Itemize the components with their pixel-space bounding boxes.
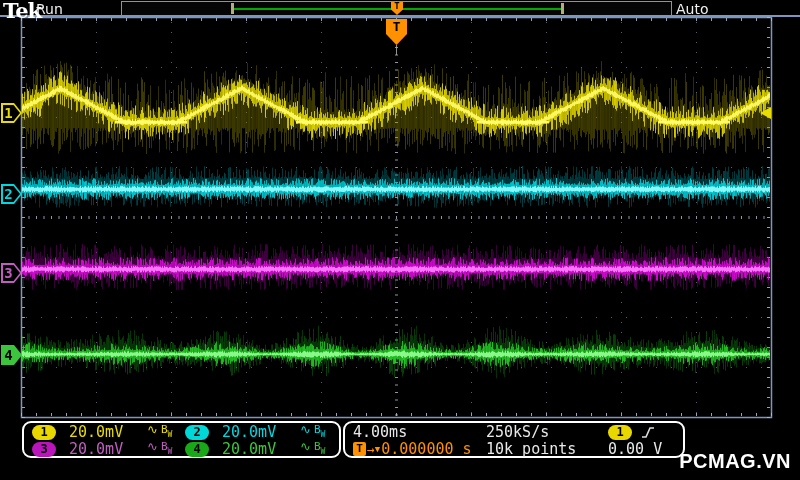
trigger-mode-status: Auto xyxy=(676,1,709,17)
channel-1-badge: 1 xyxy=(32,425,56,440)
channel-readout-box: 1 20.0mV ∿BW 2 20.0mV ∿BW 3 20.0mV ∿BW 4… xyxy=(22,421,341,458)
horizontal-trigger-readout-box: 4.00ms 250kS/s 1 T→▼0.000000 s 10k point… xyxy=(343,421,685,458)
ac-coupling-icon: ∿ xyxy=(147,441,158,453)
ac-coupling-icon: ∿ xyxy=(147,424,158,436)
channel-readout-row: 1 20.0mV ∿BW 2 20.0mV ∿BW xyxy=(24,424,339,440)
channel-1-coupling-icons: ∿BW xyxy=(147,424,172,441)
channel-3-badge: 3 xyxy=(32,442,56,457)
acquisition-status: Run xyxy=(36,1,63,17)
channel-2-badge: 2 xyxy=(185,425,209,440)
channel-4-badge: 4 xyxy=(185,442,209,457)
channel-1-position-marker: 1 xyxy=(1,103,22,123)
channel-2-scale: 20.0mV xyxy=(222,425,300,440)
horizontal-readout-row: 4.00ms 250kS/s 1 xyxy=(345,424,683,440)
triangle-down-icon: ▼ xyxy=(375,444,380,454)
channel-3-marker-label: 3 xyxy=(1,264,16,282)
channel-4-readout: 4 20.0mV ∿BW xyxy=(185,441,338,458)
channel-1-marker-label: 1 xyxy=(1,104,16,122)
channel-3-position-marker: 3 xyxy=(1,263,22,283)
channel-2-coupling-icons: ∿BW xyxy=(300,424,325,441)
delay-value: 0.000000 s xyxy=(381,440,471,458)
record-trigger-marker-icon: T xyxy=(391,2,403,15)
waveform-display-canvas xyxy=(0,0,800,480)
channel-2-position-marker: 2 xyxy=(1,184,22,204)
ac-coupling-icon: ∿ xyxy=(300,424,311,436)
ac-coupling-icon: ∿ xyxy=(300,441,311,453)
sample-rate-readout: 250kS/s xyxy=(486,423,608,441)
trigger-source-badge: 1 xyxy=(608,425,632,440)
channel-readout-row: 3 20.0mV ∿BW 4 20.0mV ∿BW xyxy=(24,441,339,457)
record-window-right-bracket xyxy=(561,3,564,14)
channel-1-readout: 1 20.0mV ∿BW xyxy=(32,424,185,441)
trigger-delay-readout: T→▼0.000000 s xyxy=(353,440,486,458)
bandwidth-limit-icon: B xyxy=(314,441,321,453)
bandwidth-limit-icon: B xyxy=(314,424,321,436)
trigger-source-readout: 1 xyxy=(608,425,683,440)
timebase-readout: 4.00ms xyxy=(353,423,486,441)
channel-3-scale: 20.0mV xyxy=(69,442,147,457)
record-length-readout: 10k points xyxy=(486,440,608,458)
trigger-level-readout: 0.00 V xyxy=(608,440,683,458)
channel-2-readout: 2 20.0mV ∿BW xyxy=(185,424,338,441)
trigger-readout-row: T→▼0.000000 s 10k points 0.00 V xyxy=(345,441,683,457)
record-view-bar: T xyxy=(121,1,672,16)
bandwidth-limit-icon: B xyxy=(161,441,168,453)
channel-3-coupling-icons: ∿BW xyxy=(147,441,172,458)
rising-edge-slope-icon xyxy=(641,425,656,440)
channel-4-coupling-icons: ∿BW xyxy=(300,441,325,458)
pcmag-watermark: PCMAG.VN xyxy=(679,450,791,473)
channel-4-scale: 20.0mV xyxy=(222,442,300,457)
oscilloscope-screen: Tek Run Auto T T 1 2 3 4 1 20.0mV xyxy=(0,0,800,480)
bandwidth-limit-icon: B xyxy=(161,424,168,436)
trigger-t-icon: T xyxy=(353,442,366,456)
channel-1-scale: 20.0mV xyxy=(69,425,147,440)
trigger-level-arrow-icon xyxy=(760,107,771,119)
channel-3-readout: 3 20.0mV ∿BW xyxy=(32,441,185,458)
channel-4-marker-label: 4 xyxy=(1,346,16,364)
channel-2-marker-label: 2 xyxy=(1,185,16,203)
arrow-right-icon: → xyxy=(367,442,375,457)
record-window-left-bracket xyxy=(231,3,234,14)
channel-4-position-marker: 4 xyxy=(1,345,22,365)
